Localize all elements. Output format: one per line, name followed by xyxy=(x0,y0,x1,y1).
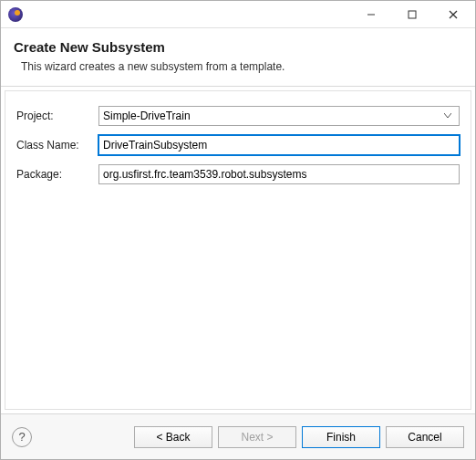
classname-label: Class Name: xyxy=(16,139,98,152)
eclipse-icon xyxy=(8,7,23,22)
project-row: Project: Simple-DriveTrain xyxy=(16,106,460,126)
package-row: Package: xyxy=(16,164,460,184)
package-input[interactable] xyxy=(98,164,460,184)
help-button[interactable]: ? xyxy=(12,427,32,447)
svg-rect-1 xyxy=(409,11,416,18)
wizard-footer: ? < Back Next > Finish Cancel xyxy=(1,413,475,459)
maximize-button[interactable] xyxy=(391,2,432,27)
wizard-content: Project: Simple-DriveTrain Class Name: P… xyxy=(5,90,471,410)
finish-button[interactable]: Finish xyxy=(302,426,380,448)
page-title: Create New Subsystem xyxy=(14,39,462,55)
minimize-button[interactable] xyxy=(350,2,391,27)
next-button: Next > xyxy=(218,426,296,448)
back-button[interactable]: < Back xyxy=(134,426,212,448)
page-description: This wizard creates a new subsystem from… xyxy=(14,60,462,73)
cancel-button[interactable]: Cancel xyxy=(386,426,464,448)
project-value: Simple-DriveTrain xyxy=(103,110,440,122)
wizard-header: Create New Subsystem This wizard creates… xyxy=(1,28,475,87)
close-button[interactable] xyxy=(432,2,473,27)
project-label: Project: xyxy=(16,110,98,122)
classname-row: Class Name: xyxy=(16,135,460,155)
chevron-down-icon xyxy=(440,113,455,119)
classname-input[interactable] xyxy=(98,135,460,155)
wizard-window: Create New Subsystem This wizard creates… xyxy=(0,0,476,460)
titlebar xyxy=(1,1,475,28)
package-label: Package: xyxy=(16,168,98,181)
project-combobox[interactable]: Simple-DriveTrain xyxy=(98,106,460,126)
